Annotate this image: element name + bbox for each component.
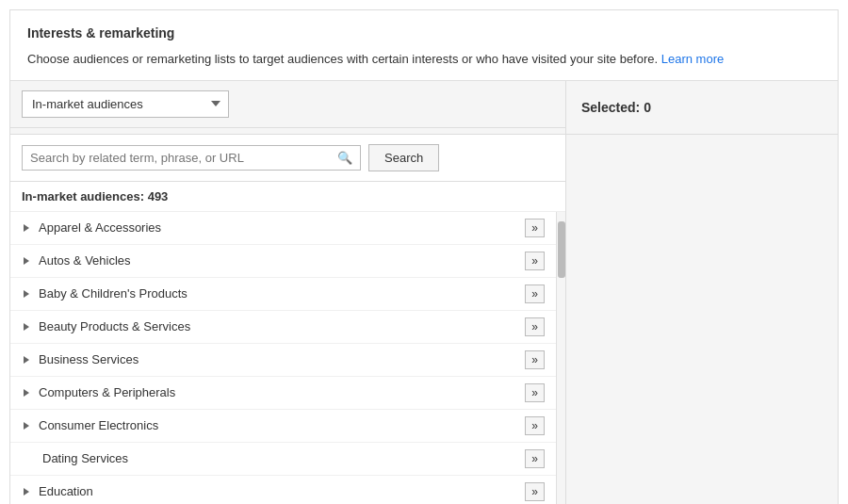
list-item[interactable]: Baby & Children's Products» xyxy=(10,278,556,311)
list-item[interactable]: Consumer Electronics» xyxy=(10,410,556,443)
add-audience-button[interactable]: » xyxy=(525,383,545,402)
expand-icon[interactable] xyxy=(24,323,29,331)
search-row: 🔍 Search xyxy=(10,135,565,182)
list-item[interactable]: Autos & Vehicles» xyxy=(10,245,556,278)
scrollbar[interactable] xyxy=(556,212,565,505)
list-item[interactable]: Computers & Peripherals» xyxy=(10,377,556,410)
search-input[interactable] xyxy=(30,151,334,165)
expand-icon[interactable] xyxy=(24,356,29,364)
audience-item-left: Dating Services xyxy=(24,451,128,465)
audience-item-name: Beauty Products & Services xyxy=(39,319,190,333)
audience-item-left: Computers & Peripherals xyxy=(24,385,175,399)
learn-more-link[interactable]: Learn more xyxy=(661,52,724,66)
audience-item-name: Consumer Electronics xyxy=(39,418,158,432)
add-audience-button[interactable]: » xyxy=(525,285,545,303)
selected-label: Selected: 0 xyxy=(581,90,823,124)
audience-item-name: Apparel & Accessories xyxy=(39,220,161,235)
expand-icon[interactable] xyxy=(24,290,29,298)
audiences-count: In-market audiences: 493 xyxy=(10,182,565,212)
add-audience-button[interactable]: » xyxy=(525,350,545,369)
section-title: Interests & remarketing xyxy=(27,25,821,41)
search-input-wrapper: 🔍 xyxy=(22,145,361,171)
audience-selector-row: In-market audiences Affinity audiences R… xyxy=(10,81,838,135)
right-content xyxy=(566,135,838,505)
list-item[interactable]: Business Services» xyxy=(10,344,556,377)
audience-type-select[interactable]: In-market audiences Affinity audiences R… xyxy=(22,90,229,118)
list-item[interactable]: Education» xyxy=(10,476,556,505)
right-panel-selector: Selected: 0 xyxy=(566,81,838,134)
audience-item-name: Computers & Peripherals xyxy=(39,385,175,399)
add-audience-button[interactable]: » xyxy=(525,449,545,468)
add-audience-button[interactable]: » xyxy=(525,219,545,237)
search-icon: 🔍 xyxy=(337,151,352,165)
expand-icon[interactable] xyxy=(24,224,29,232)
list-item[interactable]: Dating Services» xyxy=(10,443,556,476)
list-item[interactable]: Apparel & Accessories» xyxy=(10,212,556,245)
expand-icon[interactable] xyxy=(24,389,29,397)
add-audience-button[interactable]: » xyxy=(525,252,545,270)
audience-item-left: Apparel & Accessories xyxy=(24,220,161,235)
audience-item-left: Education xyxy=(24,484,93,498)
main-content: 🔍 Search In-market audiences: 493 Appare… xyxy=(10,135,838,505)
audience-item-left: Autos & Vehicles xyxy=(24,253,131,268)
header-section: Interests & remarketing Choose audiences… xyxy=(10,10,838,81)
audience-item-left: Consumer Electronics xyxy=(24,418,158,432)
expand-icon[interactable] xyxy=(24,488,29,496)
section-description: Choose audiences or remarketing lists to… xyxy=(27,50,821,69)
audience-item-name: Baby & Children's Products xyxy=(39,286,188,301)
search-button[interactable]: Search xyxy=(368,144,439,171)
expand-icon[interactable] xyxy=(24,422,29,430)
description-text: Choose audiences or remarketing lists to… xyxy=(27,52,658,66)
audience-item-left: Baby & Children's Products xyxy=(24,286,188,301)
audience-item-name: Autos & Vehicles xyxy=(39,253,131,268)
audience-list: Apparel & Accessories»Autos & Vehicles»B… xyxy=(10,212,556,505)
audience-item-name: Business Services xyxy=(39,352,139,366)
dropdown-row: In-market audiences Affinity audiences R… xyxy=(10,81,565,128)
audience-item-left: Business Services xyxy=(24,352,139,366)
add-audience-button[interactable]: » xyxy=(525,482,545,501)
left-panel-selector: In-market audiences Affinity audiences R… xyxy=(10,81,566,134)
add-audience-button[interactable]: » xyxy=(525,416,545,435)
scrollbar-thumb[interactable] xyxy=(558,221,565,278)
audience-item-name: Dating Services xyxy=(42,451,128,465)
add-audience-button[interactable]: » xyxy=(525,317,545,336)
left-content: 🔍 Search In-market audiences: 493 Appare… xyxy=(10,135,566,505)
list-item[interactable]: Beauty Products & Services» xyxy=(10,311,556,344)
audience-item-name: Education xyxy=(39,484,93,498)
list-wrapper: Apparel & Accessories»Autos & Vehicles»B… xyxy=(10,212,565,505)
expand-icon[interactable] xyxy=(24,257,29,265)
audience-item-left: Beauty Products & Services xyxy=(24,319,190,333)
